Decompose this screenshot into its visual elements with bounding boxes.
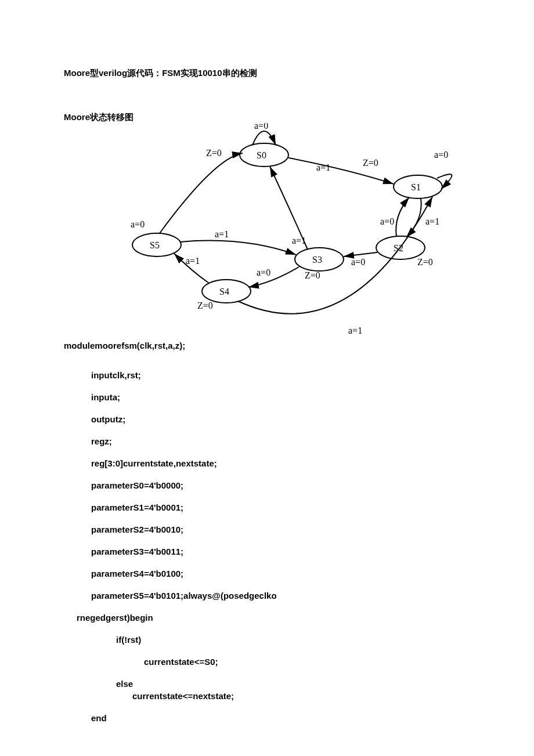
code-param-s0: parameterS0=4'b0000; xyxy=(64,479,470,491)
code-if-rst: if(!rst) xyxy=(64,634,470,646)
svg-text:S3: S3 xyxy=(312,255,322,265)
svg-text:S4: S4 xyxy=(219,287,229,296)
svg-text:a=0: a=0 xyxy=(380,216,394,226)
code-input2: inputa; xyxy=(64,391,470,403)
fsm-diagram-svg: S0 Z=0 a=0 S1 Z=0 a=0 S2 Z=0 S3 Z=0 S4 Z… xyxy=(116,123,470,335)
svg-text:a=1: a=1 xyxy=(186,256,200,266)
state-diagram: S0 Z=0 a=0 S1 Z=0 a=0 S2 Z=0 S3 Z=0 S4 Z… xyxy=(116,123,470,335)
svg-text:a=1: a=1 xyxy=(292,236,306,245)
code-cur-next: currentstate<=nextstate; xyxy=(64,690,470,702)
diagram-subtitle: Moore状态转移图 xyxy=(64,111,470,123)
verilog-code: modulemoorefsm(clk,rst,a,z); inputclk,rs… xyxy=(64,339,470,724)
svg-text:Z=0: Z=0 xyxy=(305,270,320,280)
document-title: Moore型verilog源代码：FSM实现10010串的检测 xyxy=(64,67,470,79)
code-regz: regz; xyxy=(64,435,470,447)
svg-text:a=1: a=1 xyxy=(348,325,362,335)
code-param-s5-always: parameterS5=4'b0101;always@(posedgeclko xyxy=(64,589,470,602)
svg-text:a=1: a=1 xyxy=(425,216,439,226)
svg-text:Z=0: Z=0 xyxy=(206,148,222,158)
svg-text:a=0: a=0 xyxy=(351,257,365,267)
code-param-s1: parameterS1=4'b0001; xyxy=(64,501,470,513)
code-regstate: reg[3:0]currentstate,nextstate; xyxy=(64,457,470,469)
svg-text:Z=0: Z=0 xyxy=(197,301,213,310)
code-param-s4: parameterS4=4'b0100; xyxy=(64,567,470,580)
code-cur-s0: currentstate<=S0; xyxy=(64,656,470,668)
svg-text:Z=0: Z=0 xyxy=(363,158,378,168)
svg-text:S1: S1 xyxy=(411,182,421,192)
code-else: else xyxy=(64,678,470,690)
svg-text:a=0: a=0 xyxy=(254,123,268,131)
svg-text:a=1: a=1 xyxy=(316,162,330,172)
code-output: outputz; xyxy=(64,413,470,425)
svg-text:Z=0: Z=0 xyxy=(417,257,433,267)
code-module-decl: modulemoorefsm(clk,rst,a,z); xyxy=(64,339,470,352)
code-input1: inputclk,rst; xyxy=(64,369,470,381)
code-param-s3: parameterS3=4'b0011; xyxy=(64,545,470,558)
svg-text:a=0: a=0 xyxy=(131,219,145,229)
svg-text:a=0: a=0 xyxy=(434,150,448,160)
code-end: end xyxy=(64,712,470,724)
svg-text:S5: S5 xyxy=(150,240,160,250)
svg-text:S0: S0 xyxy=(257,150,266,160)
code-rnegedge: rnegedgerst)begin xyxy=(64,612,470,624)
svg-text:a=1: a=1 xyxy=(215,229,229,239)
code-param-s2: parameterS2=4'b0010; xyxy=(64,523,470,536)
svg-text:a=0: a=0 xyxy=(257,267,270,277)
